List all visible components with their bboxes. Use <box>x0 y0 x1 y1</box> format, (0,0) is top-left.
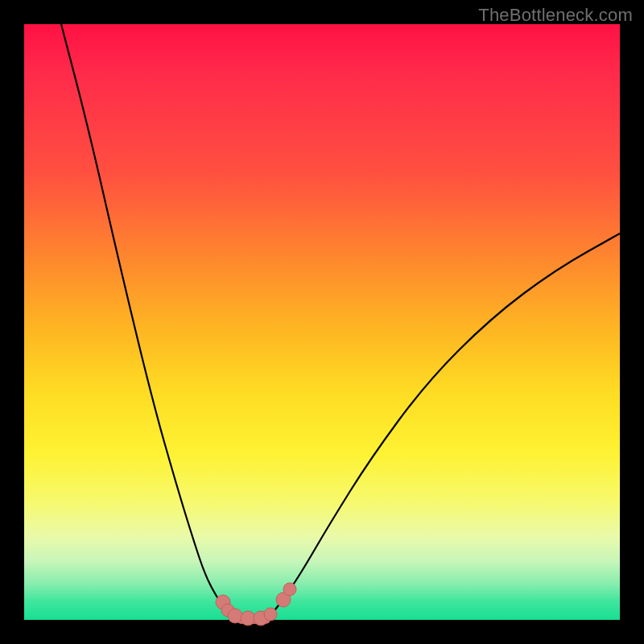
bead-marker <box>264 608 277 621</box>
watermark-text: TheBottleneck.com <box>478 5 633 26</box>
right-curve <box>266 233 620 619</box>
bead-marker <box>228 609 242 623</box>
bead-marker <box>283 583 296 596</box>
left-curve <box>61 24 242 619</box>
plot-area <box>24 24 620 620</box>
curves-svg <box>24 24 620 620</box>
bead-marker <box>241 611 255 625</box>
beads-group <box>216 583 296 625</box>
chart-frame: TheBottleneck.com <box>0 0 644 644</box>
